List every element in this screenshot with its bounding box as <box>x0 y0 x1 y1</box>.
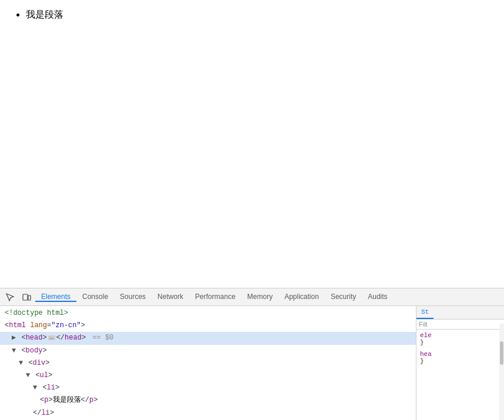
tab-security[interactable]: Security <box>325 293 362 302</box>
styles-rule-2-selector: hea <box>420 351 500 358</box>
expand-body-arrow[interactable]: ▼ <box>12 347 16 355</box>
expand-div-arrow[interactable]: ▼ <box>19 359 23 367</box>
inspect-icon <box>5 293 15 302</box>
device-toolbar-button[interactable] <box>19 290 34 305</box>
styles-panel: St ele } hea } <box>416 306 504 420</box>
list-item: 我是段落 <box>26 7 492 22</box>
html-line-head[interactable]: ▶ <head>…</head> == $0 <box>0 332 416 344</box>
styles-filter-input[interactable] <box>419 321 502 328</box>
html-line-doctype: <!doctype html> <box>0 307 416 320</box>
styles-rule-2: hea } <box>420 351 500 365</box>
tab-network[interactable]: Network <box>152 293 189 302</box>
svg-rect-0 <box>23 294 28 300</box>
styles-rule-1: ele } <box>420 332 500 346</box>
html-line-div: ▼ <div> <box>0 357 416 369</box>
devtools-panel: Elements Console Sources Network Perform… <box>0 288 504 420</box>
devtools-toolbar: Elements Console Sources Network Perform… <box>0 288 504 306</box>
html-line-li: ▼ <li> <box>0 382 416 394</box>
scrollbar-thumb[interactable] <box>500 341 503 365</box>
styles-rule-2-brace: } <box>420 358 500 365</box>
doctype-text: <!doctype html> <box>5 309 68 317</box>
devtools-tab-bar: Elements Console Sources Network Perform… <box>35 293 502 302</box>
inspect-element-button[interactable] <box>2 290 18 305</box>
filter-bar <box>416 320 504 330</box>
styles-sub-tabs: St <box>416 306 504 320</box>
html-line-body: ▼ <body> <box>0 345 416 357</box>
page-content: 我是段落 <box>0 0 504 288</box>
tab-application[interactable]: Application <box>278 293 325 302</box>
device-icon <box>22 293 31 302</box>
tab-memory[interactable]: Memory <box>241 293 278 302</box>
styles-rule-1-brace: } <box>420 339 500 346</box>
expand-head-arrow[interactable]: ▶ <box>12 334 16 342</box>
devtools-panel-content: <!doctype html> <html lang="zn-cn"> ▶ <h… <box>0 306 504 420</box>
tab-console[interactable]: Console <box>76 293 114 302</box>
tab-elements[interactable]: Elements <box>35 293 76 302</box>
content-list: 我是段落 <box>12 7 492 22</box>
html-line-li-close: </li> <box>0 407 416 419</box>
html-line-html: <html lang="zn-cn"> <box>0 320 416 332</box>
styles-rule-1-selector: ele <box>420 332 500 339</box>
tab-sources[interactable]: Sources <box>114 293 152 302</box>
tab-performance[interactable]: Performance <box>189 293 241 302</box>
html-line-ul: ▼ <ul> <box>0 369 416 382</box>
svg-rect-1 <box>28 295 31 300</box>
styles-sub-tab-styles[interactable]: St <box>416 306 434 319</box>
p-text-content: 我是段落 <box>53 396 81 404</box>
dom-ref: == $0 <box>88 334 113 342</box>
tab-audits[interactable]: Audits <box>362 293 393 302</box>
scrollbar-track <box>499 324 504 420</box>
html-line-p: <p>我是段落</p> <box>0 394 416 406</box>
html-tree-panel[interactable]: <!doctype html> <html lang="zn-cn"> ▶ <h… <box>0 306 416 420</box>
expand-ul-arrow[interactable]: ▼ <box>26 371 30 379</box>
list-item-text: 我是段落 <box>26 9 63 19</box>
expand-li-arrow[interactable]: ▼ <box>33 384 37 392</box>
styles-content: ele } hea } <box>416 330 504 420</box>
